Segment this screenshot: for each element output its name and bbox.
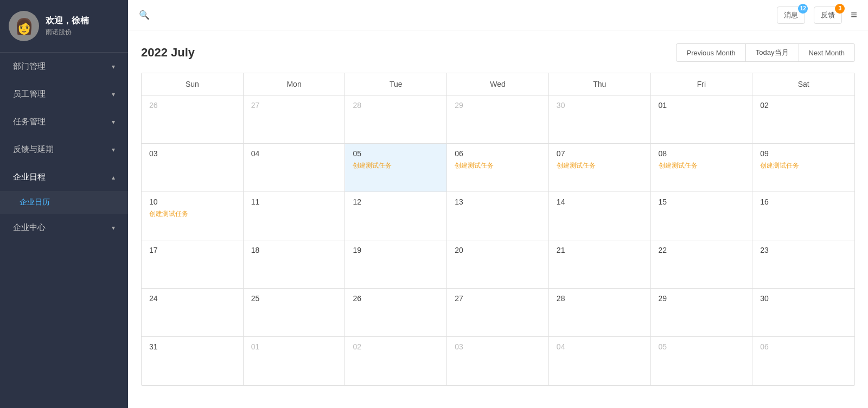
task-label[interactable]: 创建测试任务 bbox=[455, 161, 541, 170]
date-number: 08 bbox=[659, 149, 745, 158]
calendar-cell[interactable]: 06 bbox=[752, 337, 854, 385]
profile-name: 欢迎，徐楠 bbox=[46, 15, 89, 27]
sidebar-item-schedule[interactable]: 企业日程 ▴ bbox=[0, 163, 128, 191]
date-number: 29 bbox=[455, 101, 541, 110]
date-number: 30 bbox=[557, 101, 643, 110]
date-number: 25 bbox=[251, 294, 337, 303]
calendar-cell[interactable]: 03 bbox=[142, 144, 244, 192]
calendar-cell[interactable]: 06创建测试任务 bbox=[447, 144, 549, 192]
calendar-cell[interactable]: 10创建测试任务 bbox=[142, 192, 244, 240]
date-number: 10 bbox=[149, 197, 235, 206]
calendar-cell[interactable]: 30 bbox=[549, 95, 651, 143]
calendar-cell[interactable]: 21 bbox=[549, 240, 651, 288]
calendar-cell[interactable]: 03 bbox=[447, 337, 549, 385]
sidebar-item-calendar[interactable]: 企业日历 bbox=[0, 191, 128, 214]
calendar-cell[interactable]: 26 bbox=[345, 289, 447, 336]
sidebar-item-label: 员工管理 bbox=[13, 89, 46, 99]
calendar-cell[interactable]: 31 bbox=[142, 337, 244, 385]
task-label[interactable]: 创建测试任务 bbox=[353, 161, 439, 170]
calendar-cell[interactable]: 04 bbox=[244, 144, 346, 192]
calendar-cell[interactable]: 26 bbox=[142, 95, 244, 143]
task-label[interactable]: 创建测试任务 bbox=[760, 161, 847, 170]
calendar-cell[interactable]: 30 bbox=[752, 289, 854, 336]
sidebar-item-task[interactable]: 任务管理 ▾ bbox=[0, 108, 128, 136]
calendar-week: 10创建测试任务111213141516 bbox=[142, 192, 854, 240]
sidebar-sub-label: 企业日历 bbox=[20, 197, 50, 206]
sidebar: 👩 欢迎，徐楠 雨诺股份 部门管理 ▾ 员工管理 ▾ 任务管理 ▾ 反馈与延期 … bbox=[0, 0, 128, 408]
calendar-cell[interactable]: 07创建测试任务 bbox=[549, 144, 651, 192]
calendar-cell[interactable]: 18 bbox=[244, 240, 346, 288]
calendar-cell[interactable]: 14 bbox=[549, 192, 651, 240]
calendar-cell[interactable]: 22 bbox=[651, 240, 753, 288]
calendar-cell[interactable]: 25 bbox=[244, 289, 346, 336]
calendar-nav: Previous Month Today当月 Next Month bbox=[676, 43, 855, 62]
calendar-cell[interactable]: 27 bbox=[447, 289, 549, 336]
calendar-week: 24252627282930 bbox=[142, 289, 854, 337]
calendar-cell[interactable]: 29 bbox=[447, 95, 549, 143]
calendar-cell[interactable]: 16 bbox=[752, 192, 854, 240]
main-area: 🔍 消息 12 反馈 3 ≡ 2022 July Previous Month … bbox=[128, 0, 868, 408]
date-number: 02 bbox=[353, 342, 439, 351]
date-number: 28 bbox=[557, 294, 643, 303]
calendar-cell[interactable]: 29 bbox=[651, 289, 753, 336]
messages-button[interactable]: 消息 12 bbox=[777, 7, 805, 24]
next-month-button[interactable]: Next Month bbox=[799, 43, 855, 62]
date-number: 02 bbox=[760, 101, 847, 110]
sidebar-item-label: 任务管理 bbox=[13, 117, 46, 127]
calendar-cell[interactable]: 05 bbox=[651, 337, 753, 385]
calendar-grid: Sun Mon Tue Wed Thu Fri Sat 262728293001… bbox=[141, 73, 855, 386]
date-number: 24 bbox=[149, 294, 235, 303]
profile-company: 雨诺股份 bbox=[46, 28, 89, 37]
feedback-label: 反馈 bbox=[821, 10, 835, 20]
task-label[interactable]: 创建测试任务 bbox=[557, 161, 643, 170]
sidebar-item-dept[interactable]: 部门管理 ▾ bbox=[0, 53, 128, 80]
calendar-cell[interactable]: 17 bbox=[142, 240, 244, 288]
profile-section: 👩 欢迎，徐楠 雨诺股份 bbox=[0, 0, 128, 53]
sidebar-item-staff[interactable]: 员工管理 ▾ bbox=[0, 80, 128, 108]
chevron-down-icon: ▾ bbox=[112, 63, 115, 71]
date-number: 06 bbox=[760, 342, 847, 351]
topbar-right: 消息 12 反馈 3 ≡ bbox=[777, 7, 857, 24]
calendar-cell[interactable]: 23 bbox=[752, 240, 854, 288]
date-number: 30 bbox=[760, 294, 847, 303]
calendar-cell[interactable]: 02 bbox=[345, 337, 447, 385]
search-box[interactable]: 🔍 bbox=[139, 10, 150, 20]
calendar-cell[interactable]: 04 bbox=[549, 337, 651, 385]
topbar: 🔍 消息 12 反馈 3 ≡ bbox=[128, 0, 868, 30]
calendar-cell[interactable]: 24 bbox=[142, 289, 244, 336]
day-header-fri: Fri bbox=[651, 73, 753, 95]
calendar-cell[interactable]: 15 bbox=[651, 192, 753, 240]
date-number: 01 bbox=[251, 342, 337, 351]
calendar-week: 31010203040506 bbox=[142, 337, 854, 385]
sidebar-item-center[interactable]: 企业中心 ▾ bbox=[0, 214, 128, 241]
calendar-cell[interactable]: 27 bbox=[244, 95, 346, 143]
date-number: 09 bbox=[760, 149, 847, 158]
calendar-cell[interactable]: 09创建测试任务 bbox=[752, 144, 854, 192]
calendar-week: 26272829300102 bbox=[142, 95, 854, 144]
task-label[interactable]: 创建测试任务 bbox=[149, 209, 235, 219]
task-label[interactable]: 创建测试任务 bbox=[659, 161, 745, 170]
date-number: 31 bbox=[149, 342, 235, 351]
calendar-cell[interactable]: 01 bbox=[651, 95, 753, 143]
prev-month-button[interactable]: Previous Month bbox=[676, 43, 745, 62]
calendar-cell[interactable]: 19 bbox=[345, 240, 447, 288]
calendar-cell[interactable]: 13 bbox=[447, 192, 549, 240]
chevron-down-icon: ▾ bbox=[112, 146, 115, 154]
day-header-sun: Sun bbox=[142, 73, 244, 95]
sidebar-item-feedback[interactable]: 反馈与延期 ▾ bbox=[0, 136, 128, 163]
date-number: 26 bbox=[353, 294, 439, 303]
calendar-cell[interactable]: 08创建测试任务 bbox=[651, 144, 753, 192]
calendar-cell[interactable]: 11 bbox=[244, 192, 346, 240]
calendar-cell[interactable]: 12 bbox=[345, 192, 447, 240]
calendar-cell[interactable]: 28 bbox=[345, 95, 447, 143]
calendar-cell[interactable]: 05创建测试任务 bbox=[345, 144, 447, 192]
menu-icon[interactable]: ≡ bbox=[851, 9, 857, 21]
feedback-badge: 3 bbox=[835, 4, 845, 14]
calendar-cell[interactable]: 28 bbox=[549, 289, 651, 336]
today-button[interactable]: Today当月 bbox=[745, 43, 799, 62]
calendar-cell[interactable]: 20 bbox=[447, 240, 549, 288]
calendar-cell[interactable]: 02 bbox=[752, 95, 854, 143]
feedback-button[interactable]: 反馈 3 bbox=[814, 7, 842, 24]
calendar-cell[interactable]: 01 bbox=[244, 337, 346, 385]
search-icon: 🔍 bbox=[139, 10, 150, 20]
